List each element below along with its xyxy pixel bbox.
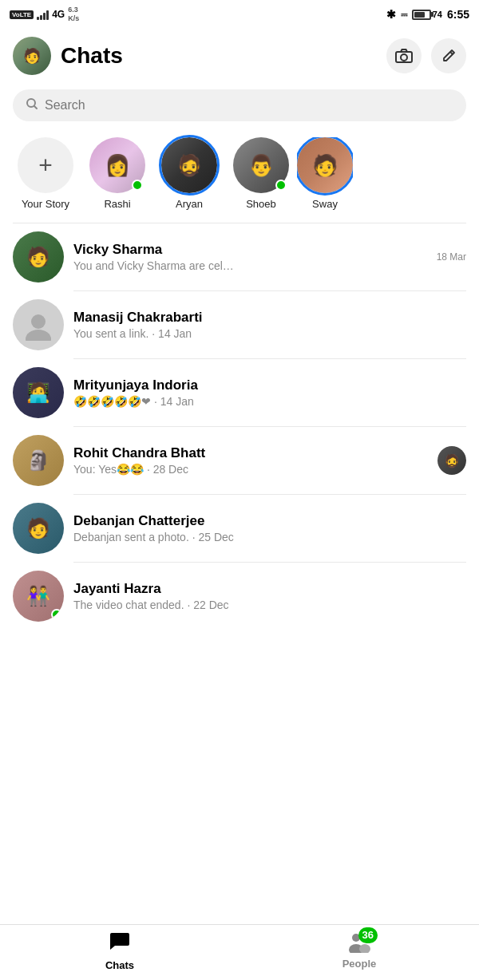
chat-item-rohit[interactable]: 🗿 Rohit Chandra Bhatt You: Yes😂😂 · 28 De… xyxy=(0,427,479,494)
chat-avatar-debanjan: 🧑 xyxy=(13,503,64,554)
chat-info-vicky: Vicky Sharma You and Vicky Sharma are ce… xyxy=(73,242,427,272)
search-container xyxy=(0,83,479,131)
clock: 6:55 xyxy=(447,8,469,21)
battery-indicator: 74 xyxy=(412,10,442,20)
chat-meta-rohit: 🧔 xyxy=(437,446,466,475)
add-story-avatar-wrap: + xyxy=(18,137,73,193)
story-avatar-wrap-shoeb: 👨 xyxy=(233,137,289,193)
add-story-button[interactable]: + xyxy=(18,137,73,193)
battery-percentage: 74 xyxy=(433,10,442,19)
svg-point-4 xyxy=(26,330,51,341)
chat-name-mrityunjaya: Mrityunjaya Indoria xyxy=(73,377,466,393)
chat-preview-mrityunjaya: 🤣🤣🤣🤣🤣❤ · 14 Jan xyxy=(73,395,345,408)
chat-avatar-manasij xyxy=(13,299,64,350)
chat-thumb-rohit: 🧔 xyxy=(437,446,466,475)
chat-item-jayanti[interactable]: 👫 Jayanti Hazra The video chat ended. · … xyxy=(0,563,479,630)
people-count-badge: 36 xyxy=(358,927,378,943)
chat-name-manasij: Manasij Chakrabarti xyxy=(73,310,466,326)
chat-preview-debanjan: Debanjan sent a photo. · 25 Dec xyxy=(73,531,345,543)
svg-point-8 xyxy=(359,944,370,953)
add-story-label: Your Story xyxy=(22,198,69,210)
story-avatar-wrap-sway: 🧑 xyxy=(297,137,353,193)
chat-time-vicky: 18 Mar xyxy=(437,251,466,263)
header-actions xyxy=(386,38,466,73)
online-dot-shoeb xyxy=(275,180,287,191)
story-shoeb[interactable]: 👨 Shoeb xyxy=(225,137,297,210)
online-dot-rashi xyxy=(132,180,143,191)
chat-item-manasij[interactable]: Manasij Chakrabarti You sent a link. · 1… xyxy=(0,291,479,358)
chat-bubble-icon xyxy=(109,930,131,958)
story-label-shoeb: Shoeb xyxy=(246,198,276,210)
signal-bars xyxy=(37,9,49,20)
story-avatar-wrap-aryan: 🧔 xyxy=(161,137,217,193)
speed-indicator: 6.3K/s xyxy=(68,6,79,23)
chat-item-debanjan[interactable]: 🧑 Debanjan Chatterjee Debanjan sent a ph… xyxy=(0,495,479,562)
nav-people-label: People xyxy=(342,958,377,970)
status-bar: VoLTE 4G 6.3K/s ✱ ⎓ 74 xyxy=(0,0,479,29)
chat-avatar-vicky: 🧑 xyxy=(13,231,64,283)
user-avatar[interactable]: 🧑 xyxy=(13,37,51,75)
status-right: ✱ ⎓ 74 6:55 xyxy=(386,8,469,21)
nav-chats-label: Chats xyxy=(105,959,134,971)
header: 🧑 Chats xyxy=(0,29,479,83)
chat-avatar-jayanti: 👫 xyxy=(13,571,64,622)
nav-chats[interactable]: Chats xyxy=(0,925,240,980)
story-label-aryan: Aryan xyxy=(176,198,203,210)
chat-name-jayanti: Jayanti Hazra xyxy=(73,581,466,597)
chat-preview-vicky: You and Vicky Sharma are cel… xyxy=(73,259,345,272)
story-avatar-aryan: 🧔 xyxy=(161,137,217,193)
network-type: 4G xyxy=(52,9,65,20)
compose-button[interactable] xyxy=(431,38,466,73)
chat-name-vicky: Vicky Sharma xyxy=(73,242,427,258)
stories-section: + Your Story 👩 Rashi 🧔 Aryan xyxy=(0,131,479,223)
nav-people[interactable]: 36 People xyxy=(240,925,479,980)
volte-badge: VoLTE xyxy=(10,10,34,19)
chat-info-manasij: Manasij Chakrabarti You sent a link. · 1… xyxy=(73,310,466,340)
story-label-sway: Sway xyxy=(312,198,338,210)
story-avatar-wrap-rashi: 👩 xyxy=(89,137,145,193)
vibrate-icon: ⎓ xyxy=(401,8,407,21)
chat-item-mrityunjaya[interactable]: 🧑‍💻 Mrityunjaya Indoria 🤣🤣🤣🤣🤣❤ · 14 Jan xyxy=(0,359,479,426)
svg-point-3 xyxy=(31,314,46,329)
chat-preview-jayanti: The video chat ended. · 22 Dec xyxy=(73,599,345,611)
chat-list: 🧑 Vicky Sharma You and Vicky Sharma are … xyxy=(0,223,479,630)
chat-name-rohit: Rohit Chandra Bhatt xyxy=(73,445,428,461)
chat-info-jayanti: Jayanti Hazra The video chat ended. · 22… xyxy=(73,581,466,611)
chat-info-mrityunjaya: Mrityunjaya Indoria 🤣🤣🤣🤣🤣❤ · 14 Jan xyxy=(73,377,466,408)
battery-icon xyxy=(412,10,431,20)
bottom-nav: Chats 36 People xyxy=(0,924,479,980)
svg-point-1 xyxy=(401,54,407,61)
chat-info-debanjan: Debanjan Chatterjee Debanjan sent a phot… xyxy=(73,513,466,543)
add-story-item[interactable]: + Your Story xyxy=(10,137,81,210)
chat-preview-rohit: You: Yes😂😂 · 28 Dec xyxy=(73,463,345,476)
story-rashi[interactable]: 👩 Rashi xyxy=(81,137,153,210)
status-left: VoLTE 4G 6.3K/s xyxy=(10,6,79,23)
story-avatar-sway: 🧑 xyxy=(297,137,353,193)
bluetooth-icon: ✱ xyxy=(386,8,396,21)
chat-preview-manasij: You sent a link. · 14 Jan xyxy=(73,327,345,340)
search-bar[interactable] xyxy=(13,89,466,121)
search-icon xyxy=(26,97,38,113)
story-label-rashi: Rashi xyxy=(104,198,130,210)
page-title: Chats xyxy=(61,43,386,69)
chat-avatar-rohit: 🗿 xyxy=(13,435,64,486)
online-dot-jayanti xyxy=(51,609,62,620)
story-sway[interactable]: 🧑 Sway xyxy=(297,137,353,210)
chat-avatar-mrityunjaya: 🧑‍💻 xyxy=(13,367,64,418)
camera-button[interactable] xyxy=(386,38,422,73)
chat-meta-vicky: 18 Mar xyxy=(437,251,466,263)
chat-item-vicky[interactable]: 🧑 Vicky Sharma You and Vicky Sharma are … xyxy=(0,223,479,290)
search-input[interactable] xyxy=(45,98,453,113)
story-aryan[interactable]: 🧔 Aryan xyxy=(153,137,225,210)
chat-info-rohit: Rohit Chandra Bhatt You: Yes😂😂 · 28 Dec xyxy=(73,445,428,476)
chat-name-debanjan: Debanjan Chatterjee xyxy=(73,513,466,529)
people-icon-wrap: 36 xyxy=(347,931,371,956)
